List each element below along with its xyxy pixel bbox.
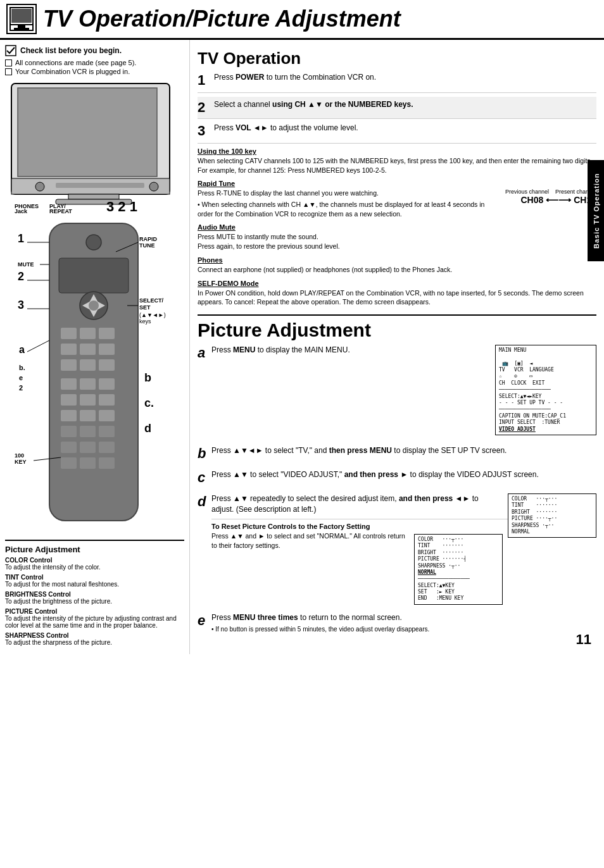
svg-text:(▲▼◄►): (▲▼◄►) xyxy=(139,312,166,318)
control-desc: To adjust the sharpness of the picture. xyxy=(5,639,184,646)
right-column: Basic TV Operation TV Operation 1 Press … xyxy=(190,40,604,654)
svg-rect-47 xyxy=(80,426,96,437)
control-name: COLOR Control xyxy=(5,557,184,564)
svg-rect-41 xyxy=(80,394,96,406)
info-100key-title: Using the 100 key xyxy=(198,147,596,155)
svg-rect-54 xyxy=(99,457,115,469)
step-2-number: 2 xyxy=(198,99,209,116)
picture-adjustment-left: Picture Adjustment COLOR ControlTo adjus… xyxy=(5,540,184,646)
svg-rect-44 xyxy=(80,410,96,421)
phones-text: Connect an earphone (not supplied) or he… xyxy=(198,265,596,275)
checkbox-2 xyxy=(5,68,12,75)
svg-text:RAPID: RAPID xyxy=(139,236,158,242)
step-c: c Press ▲▼ to select "VIDEO ADJUST," and… xyxy=(198,469,596,490)
svg-text:keys: keys xyxy=(139,318,151,325)
controls-list: COLOR ControlTo adjust the intensity of … xyxy=(5,557,184,646)
rapid-tune-title: Rapid Tune xyxy=(198,180,596,187)
svg-rect-53 xyxy=(80,457,96,469)
svg-text:b: b xyxy=(144,371,151,384)
svg-rect-35 xyxy=(80,359,96,371)
step-d: d COLOR ···┬··· TINT ······· BRIGHT ····… xyxy=(198,493,596,609)
svg-rect-1 xyxy=(11,9,32,23)
channel-arrow: ⟵⟶ xyxy=(546,195,571,205)
step-e: e Press MENU three times to return to th… xyxy=(198,612,596,638)
svg-text:a: a xyxy=(19,344,25,355)
svg-rect-49 xyxy=(61,442,77,453)
step-c-text: Press ▲▼ to select "VIDEO ADJUST," and t… xyxy=(211,469,596,480)
control-item: COLOR ControlTo adjust the intensity of … xyxy=(5,557,184,571)
audio-mute-title: Audio Mute xyxy=(198,223,596,231)
control-item: SHARPNESS ControlTo adjust the sharpness… xyxy=(5,632,184,646)
svg-point-20 xyxy=(86,235,101,250)
checkmark-icon xyxy=(5,45,16,56)
info-100key: Using the 100 key When selecting CATV ch… xyxy=(198,147,596,175)
control-name: BRIGHTNESS Control xyxy=(5,591,184,598)
svg-text:KEY: KEY xyxy=(15,459,27,465)
svg-text:REPEAT: REPEAT xyxy=(49,208,72,213)
svg-text:2: 2 xyxy=(19,384,23,392)
svg-rect-28 xyxy=(61,328,77,339)
checkbox-1 xyxy=(5,59,12,66)
svg-text:TUNE: TUNE xyxy=(139,242,155,249)
svg-text:3  2  1: 3 2 1 xyxy=(106,199,137,213)
step-e-bullet: • If no button is pressed within 5 minut… xyxy=(211,625,596,634)
info-self-demo: SELF-DEMO Mode In Power ON condition, ho… xyxy=(198,280,596,307)
picture-adjustment-title: Picture Adjustment xyxy=(198,314,596,341)
step-2: 2 Select a channel using CH ▲▼ or the NU… xyxy=(198,97,596,119)
tv-svg: PHONES Jack PLAY/ REPEAT 3 2 1 xyxy=(5,80,182,213)
svg-rect-40 xyxy=(61,394,77,406)
control-desc: To adjust the intensity of the picture b… xyxy=(5,615,184,629)
control-name: SHARPNESS Control xyxy=(5,632,184,639)
svg-rect-36 xyxy=(99,359,115,371)
step-a-text: MAIN MENU 📺 [▣] ◄ TV VCR LANGUAGE ☆ ⊙ ▭ … xyxy=(211,345,596,438)
svg-rect-48 xyxy=(99,426,115,437)
svg-rect-10 xyxy=(56,183,144,188)
checklist-item-1: All connections are made (see page 5). xyxy=(5,59,184,66)
control-name: TINT Control xyxy=(5,574,184,581)
step-3-text: Press VOL ◄► to adjust the volume level. xyxy=(214,123,358,133)
step-b-text: Press ▲▼◄► to select "TV," and then pres… xyxy=(211,445,596,456)
phones-title: Phones xyxy=(198,256,596,264)
tv-diagram: PHONES Jack PLAY/ REPEAT 3 2 1 xyxy=(5,80,184,214)
control-item: PICTURE ControlTo adjust the intensity o… xyxy=(5,608,184,629)
svg-rect-42 xyxy=(99,394,115,406)
step-c-letter: c xyxy=(198,469,208,486)
svg-text:Jack: Jack xyxy=(15,208,28,213)
info-phones: Phones Connect an earphone (not supplied… xyxy=(198,256,596,275)
svg-rect-7 xyxy=(18,88,157,177)
svg-text:SET: SET xyxy=(139,304,151,311)
self-demo-title: SELF-DEMO Mode xyxy=(198,280,596,287)
control-name: PICTURE Control xyxy=(5,608,184,615)
svg-rect-46 xyxy=(61,426,77,437)
svg-line-72 xyxy=(27,340,49,352)
color-bars-1: COLOR ···┬··· TINT ······· BRIGHT ······… xyxy=(508,493,596,538)
tv-icon xyxy=(6,4,37,34)
rapid-tune-bullet: • When selecting channels with CH ▲▼, th… xyxy=(198,200,499,218)
step-d-letter: d xyxy=(198,493,208,510)
svg-rect-45 xyxy=(99,410,115,421)
menu-screenshot-1: MAIN MENU 📺 [▣] ◄ TV VCR LANGUAGE ☆ ⊙ ▭ … xyxy=(495,345,596,435)
info-100key-text: When selecting CATV channels 100 to 125 … xyxy=(198,156,596,175)
svg-rect-32 xyxy=(80,344,96,355)
svg-text:2: 2 xyxy=(18,270,24,283)
svg-point-9 xyxy=(35,182,44,191)
step-a: a MAIN MENU 📺 [▣] ◄ TV VCR LANGUAGE ☆ ⊙ … xyxy=(198,345,596,442)
rapid-tune-left: Press R-TUNE to display the last channel… xyxy=(198,189,499,218)
svg-text:b.: b. xyxy=(19,364,25,371)
svg-text:d: d xyxy=(144,422,151,435)
svg-rect-21 xyxy=(59,258,129,293)
svg-text:c.: c. xyxy=(144,397,154,409)
left-column: Check list before you begin. All connect… xyxy=(0,40,190,654)
control-item: BRIGHTNESS ControlTo adjust the brightne… xyxy=(5,591,184,605)
svg-rect-3 xyxy=(18,25,25,28)
rapid-tune-content: Press R-TUNE to display the last channel… xyxy=(198,189,596,218)
step-1: 1 Press POWER to turn the Combination VC… xyxy=(198,72,596,93)
svg-rect-4 xyxy=(14,28,29,30)
step-3: 3 Press VOL ◄► to adjust the volume leve… xyxy=(198,123,596,144)
control-item: TINT ControlTo adjust for the most natur… xyxy=(5,574,184,588)
audio-mute-text1: Press MUTE to instantly mute the sound. xyxy=(198,232,596,242)
svg-rect-2 xyxy=(10,24,33,25)
step-e-text: Press MENU three times to return to the … xyxy=(211,612,596,634)
svg-text:3: 3 xyxy=(18,299,24,311)
svg-rect-31 xyxy=(61,344,77,355)
